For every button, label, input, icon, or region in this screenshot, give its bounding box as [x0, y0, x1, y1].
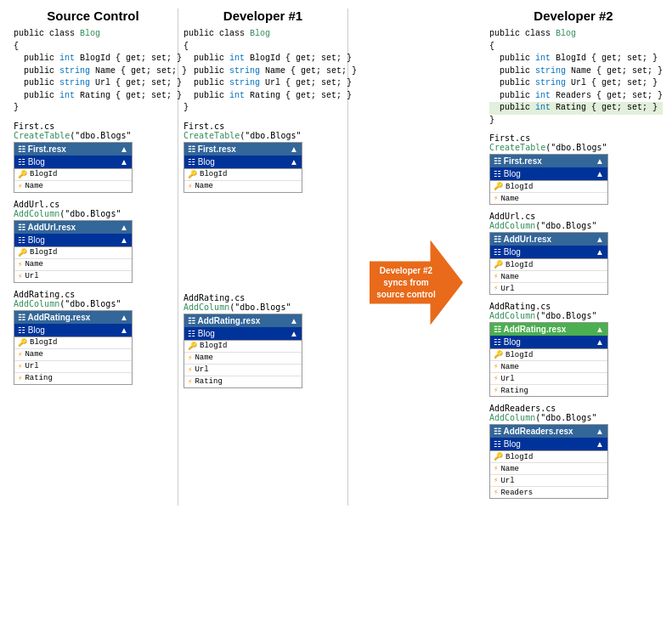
- dev2-addrating-createtable: AddColumn("dbo.Blogs": [489, 311, 658, 320]
- source-control-column: Source Control public class Blog { publi…: [8, 8, 178, 506]
- dev1-spacer: [184, 200, 342, 293]
- sc-addrating-panel: AddRating.cs AddColumn("dbo.Blogs" ☷ Add…: [14, 290, 172, 385]
- sync-arrow: Developer #2syncs fromsource control: [370, 240, 463, 325]
- sc-addrating-resx-header: ☷ AddRating.resx ▲: [14, 311, 132, 324]
- sc-addrating-row-name: ⚡ Name: [14, 349, 132, 361]
- dev2-addrating-row-blogid: 🔑 BlogId: [490, 349, 607, 361]
- key-icon: 🔑: [494, 350, 503, 359]
- field-icon: ⚡: [18, 272, 22, 281]
- field-icon: ⚡: [494, 284, 498, 293]
- key-icon: 🔑: [494, 182, 503, 191]
- sc-first-resx-header: ☷ First.resx ▲: [14, 143, 132, 156]
- developer2-code: public class Blog { public int BlogId { …: [489, 28, 663, 127]
- sc-addrating-table-header: ☷ Blog ▲: [14, 324, 132, 336]
- field-icon: ⚡: [494, 194, 498, 203]
- key-icon: 🔑: [18, 338, 27, 348]
- dev1-first-createtable: CreateTable("dbo.Blogs": [184, 131, 342, 140]
- key-icon: 🔑: [494, 260, 503, 269]
- key-icon: 🔑: [188, 342, 197, 351]
- arrow-column: Developer #2syncs fromsource control: [348, 8, 484, 506]
- source-control-title: Source Control: [14, 8, 172, 23]
- dev1-addrating-filename: AddRating.cs: [184, 293, 342, 303]
- dev2-addurl-resx: ☷ AddUrl.resx ▲ ☷ Blog ▲ 🔑 BlogId ⚡ Name: [489, 232, 608, 295]
- sc-first-filename: First.cs: [14, 122, 172, 131]
- developer2-title: Developer #2: [489, 8, 658, 23]
- dev2-addurl-createtable: AddColumn("dbo.Blogs": [489, 221, 658, 230]
- dev2-addreaders-row-name: ⚡ Name: [490, 463, 607, 475]
- key-icon: 🔑: [188, 170, 197, 179]
- dev1-addrating-row-name: ⚡ Name: [184, 353, 302, 365]
- sc-addrating-resx: ☷ AddRating.resx ▲ ☷ Blog ▲ 🔑 BlogId ⚡ N…: [14, 310, 133, 385]
- sc-addrating-filename: AddRating.cs: [14, 290, 172, 299]
- dev2-addurl-table-header: ☷ Blog ▲: [490, 246, 607, 258]
- dev2-addrating-filename: AddRating.cs: [489, 302, 658, 311]
- dev1-addrating-table-header: ☷ Blog ▲: [184, 327, 302, 340]
- dev1-first-row-blogid: 🔑 BlogId: [184, 169, 302, 181]
- dev1-addrating-resx-header: ☷ AddRating.resx ▲: [184, 314, 302, 327]
- dev1-addrating-createtable: AddColumn("dbo.Blogs": [184, 303, 342, 312]
- developer1-column: Developer #1 public class Blog { public …: [178, 8, 348, 506]
- sc-addurl-panel: AddUrl.cs AddColumn("dbo.Blogs" ☷ AddUrl…: [14, 200, 172, 283]
- dev1-addrating-row-rating: ⚡ Rating: [184, 376, 302, 387]
- dev1-first-row-name: ⚡ Name: [184, 181, 302, 192]
- dev2-first-createtable: CreateTable("dbo.Blogs": [489, 143, 658, 152]
- dev2-addrating-resx-header: ☷ AddRating.resx ▲: [490, 323, 607, 336]
- arrow-label: Developer #2syncs fromsource control: [376, 265, 436, 301]
- dev2-addrating-table-header: ☷ Blog ▲: [490, 336, 607, 348]
- field-icon: ⚡: [18, 374, 22, 383]
- sc-addrating-row-rating: ⚡ Rating: [14, 373, 132, 384]
- field-icon: ⚡: [494, 272, 498, 281]
- sc-first-createtable: CreateTable("dbo.Blogs": [14, 131, 172, 140]
- sc-addrating-row-blogid: 🔑 BlogId: [14, 337, 132, 349]
- dev2-addrating-panel: AddRating.cs AddColumn("dbo.Blogs" ☷ Add…: [489, 302, 658, 397]
- dev2-addreaders-rows: 🔑 BlogId ⚡ Name ⚡ Url ⚡ Readers: [490, 450, 607, 498]
- dev2-addurl-row-blogid: 🔑 BlogId: [490, 259, 607, 271]
- sc-addrating-row-url: ⚡ Url: [14, 361, 132, 373]
- dev2-addreaders-table-header: ☷ Blog ▲: [490, 438, 607, 450]
- dev1-addrating-rows: 🔑 BlogId ⚡ Name ⚡ Url ⚡ Rating: [184, 340, 302, 387]
- dev2-addreaders-resx-header: ☷ AddReaders.resx ▲: [490, 425, 607, 438]
- dev2-first-filename: First.cs: [489, 133, 658, 143]
- field-icon: ⚡: [18, 350, 22, 359]
- dev1-addrating-row-blogid: 🔑 BlogId: [184, 341, 302, 353]
- dev1-first-filename: First.cs: [184, 122, 342, 131]
- sc-first-resx: ☷ First.resx ▲ ☷ Blog ▲ 🔑 BlogId ⚡ Name: [14, 142, 133, 193]
- sc-addurl-row-url: ⚡ Url: [14, 271, 132, 282]
- dev2-addrating-row-rating: ⚡ Rating: [490, 385, 607, 396]
- sc-addurl-table-header: ☷ Blog ▲: [14, 234, 132, 246]
- dev2-addrating-row-name: ⚡ Name: [490, 361, 607, 373]
- sc-addurl-resx-header: ☷ AddUrl.resx ▲: [14, 221, 132, 234]
- dev1-first-rows: 🔑 BlogId ⚡ Name: [184, 168, 302, 192]
- field-icon: ⚡: [494, 464, 498, 473]
- dev2-first-resx: ☷ First.resx ▲ ☷ Blog ▲ 🔑 BlogId ⚡ Name: [489, 154, 608, 205]
- sc-addurl-filename: AddUrl.cs: [14, 200, 172, 209]
- developer1-title: Developer #1: [184, 8, 342, 23]
- dev2-first-panel: First.cs CreateTable("dbo.Blogs" ☷ First…: [489, 133, 658, 205]
- field-icon: ⚡: [188, 377, 192, 387]
- sc-addurl-resx: ☷ AddUrl.resx ▲ ☷ Blog ▲ 🔑 BlogId ⚡ Name: [14, 220, 133, 283]
- field-icon: ⚡: [18, 362, 22, 371]
- sc-first-row-name: ⚡ Name: [14, 181, 132, 192]
- sc-first-table-header: ☷ Blog ▲: [14, 156, 132, 168]
- dev2-addurl-rows: 🔑 BlogId ⚡ Name ⚡ Url: [490, 258, 607, 294]
- dev2-addurl-panel: AddUrl.cs AddColumn("dbo.Blogs" ☷ AddUrl…: [489, 212, 658, 295]
- field-icon: ⚡: [18, 260, 22, 269]
- sc-first-panel: First.cs CreateTable("dbo.Blogs" ☷ First…: [14, 122, 172, 193]
- key-icon: 🔑: [18, 248, 27, 257]
- sc-first-row-blogid: 🔑 BlogId: [14, 169, 132, 181]
- dev2-addreaders-filename: AddReaders.cs: [489, 404, 658, 413]
- dev1-first-table-header: ☷ Blog ▲: [184, 156, 302, 168]
- dev2-addurl-resx-header: ☷ AddUrl.resx ▲: [490, 233, 607, 246]
- dev2-first-resx-header: ☷ First.resx ▲: [490, 155, 607, 167]
- developer2-column: Developer #2 public class Blog { public …: [484, 8, 663, 506]
- field-icon: ⚡: [494, 374, 498, 383]
- dev1-addrating-resx: ☷ AddRating.resx ▲ ☷ Blog ▲ 🔑 BlogId ⚡ N…: [184, 314, 302, 388]
- developer1-code: public class Blog { public int BlogId { …: [184, 28, 357, 115]
- field-icon: ⚡: [494, 488, 498, 497]
- field-icon: ⚡: [494, 362, 498, 371]
- sc-addurl-row-blogid: 🔑 BlogId: [14, 247, 132, 259]
- sc-addurl-createtable: AddColumn("dbo.Blogs": [14, 209, 172, 218]
- field-icon: ⚡: [188, 182, 192, 191]
- key-icon: 🔑: [18, 170, 27, 179]
- dev1-first-resx-header: ☷ First.resx ▲: [184, 143, 302, 156]
